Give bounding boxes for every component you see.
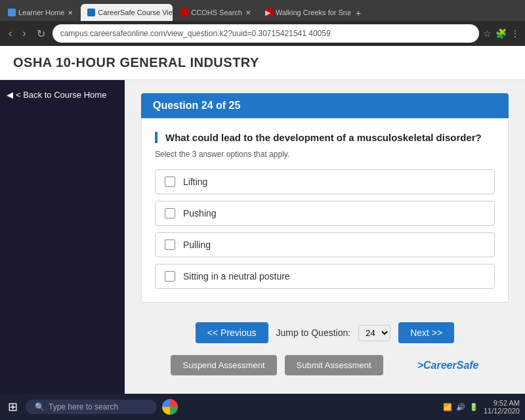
navigation-bar: << Previous Jump to Question: 24 Next >> xyxy=(141,313,509,350)
browser-nav-icons: ☆ 🧩 ⋮ xyxy=(483,28,520,39)
network-icon: 📶 xyxy=(443,403,452,411)
reload-button[interactable]: ↻ xyxy=(33,26,49,41)
checkbox-sitting[interactable] xyxy=(165,271,175,282)
battery-icon: 🔋 xyxy=(469,403,478,411)
start-button[interactable]: ⊞ xyxy=(5,397,20,417)
previous-button[interactable]: << Previous xyxy=(196,322,268,343)
logo-text: CareerSafe xyxy=(423,360,479,371)
tab-learner-label: Learner Home xyxy=(18,9,64,16)
sidebar: ◀ < Back to Course Home xyxy=(0,80,125,420)
careersafe-logo: >CareerSafe xyxy=(417,360,479,371)
answer-label-pushing: Pushing xyxy=(183,208,217,219)
tab-learner-close[interactable]: ✕ xyxy=(68,9,73,16)
logo-chevron: > xyxy=(417,360,423,371)
answer-option-sitting[interactable]: Sitting in a neutral posture xyxy=(155,264,495,289)
back-button[interactable]: ‹ xyxy=(5,26,15,41)
ccohs-tab-icon xyxy=(180,9,188,16)
speaker-icon: 🔊 xyxy=(456,403,465,411)
jump-to-label: Jump to Question: xyxy=(276,327,351,338)
taskbar-clock: 9:52 AM 11/12/2020 xyxy=(484,399,520,415)
answer-label-lifting: Lifting xyxy=(183,177,207,187)
answer-option-lifting[interactable]: Lifting xyxy=(155,169,495,194)
careersafe-tab-icon xyxy=(87,9,95,16)
submit-assessment-button[interactable]: Submit Assessment xyxy=(285,355,383,375)
address-bar[interactable]: campus.careersafeonline.com/view_questio… xyxy=(52,24,479,43)
jump-to-select[interactable]: 24 xyxy=(358,325,390,341)
taskbar-time-text: 9:52 AM xyxy=(484,399,520,407)
question-header-text: Question 24 of 25 xyxy=(153,100,240,111)
bottom-bar: Suspend Assessment Submit Assessment >Ca… xyxy=(141,350,509,375)
page-title: OSHA 10-HOUR GENERAL INDUSTRY xyxy=(13,55,259,70)
question-box: What could lead to the development of a … xyxy=(141,118,509,303)
bookmark-icon[interactable]: ☆ xyxy=(483,28,492,39)
menu-icon[interactable]: ⋮ xyxy=(511,28,520,39)
tab-youtube[interactable]: ▶ Walking Creeks for Snakes in M... ✕ xyxy=(259,4,350,21)
answer-label-pulling: Pulling xyxy=(183,240,211,250)
search-icon: 🔍 xyxy=(35,402,45,411)
youtube-tab-icon: ▶ xyxy=(265,9,273,16)
taskbar-search-text: Type here to search xyxy=(49,402,118,411)
back-arrow-icon: ◀ xyxy=(7,90,13,100)
tab-careersafe-label: CareerSafe Course Viewer xyxy=(98,9,173,16)
taskbar-chrome-icon[interactable] xyxy=(162,399,178,415)
tab-careersafe[interactable]: CareerSafe Course Viewer ✕ xyxy=(81,4,173,21)
checkbox-pulling[interactable] xyxy=(165,240,175,250)
extensions-icon[interactable]: 🧩 xyxy=(495,28,507,39)
forward-button[interactable]: › xyxy=(19,26,29,41)
checkbox-lifting[interactable] xyxy=(165,177,175,187)
question-header: Question 24 of 25 xyxy=(141,93,509,118)
answer-label-sitting: Sitting in a neutral posture xyxy=(183,271,290,282)
taskbar-system-icons: 📶 🔊 🔋 xyxy=(443,403,478,411)
next-button[interactable]: Next >> xyxy=(398,322,454,343)
back-link-label: < Back to Course Home xyxy=(16,90,106,100)
checkbox-pushing[interactable] xyxy=(165,208,175,219)
taskbar-search-box[interactable]: 🔍 Type here to search xyxy=(26,400,157,414)
taskbar-left: ⊞ 🔍 Type here to search xyxy=(5,397,178,417)
content-area: Question 24 of 25 What could lead to the… xyxy=(125,80,525,420)
page-header: OSHA 10-HOUR GENERAL INDUSTRY xyxy=(0,46,525,80)
windows-taskbar: ⊞ 🔍 Type here to search 📶 🔊 🔋 9:52 AM 11… xyxy=(0,394,525,420)
instruction-text: Select the 3 answer options that apply. xyxy=(155,150,495,159)
new-tab-button[interactable]: + xyxy=(350,5,366,21)
suspend-assessment-button[interactable]: Suspend Assessment xyxy=(171,355,276,375)
taskbar-date-text: 11/12/2020 xyxy=(484,407,520,415)
answer-option-pushing[interactable]: Pushing xyxy=(155,201,495,226)
taskbar-right: 📶 🔊 🔋 9:52 AM 11/12/2020 xyxy=(443,399,520,415)
answer-option-pulling[interactable]: Pulling xyxy=(155,232,495,257)
address-text: campus.careersafeonline.com/view_questio… xyxy=(60,29,331,38)
learner-tab-icon xyxy=(8,9,16,16)
tab-ccohs[interactable]: CCOHS Search ✕ xyxy=(174,4,257,21)
tab-learner-home[interactable]: Learner Home ✕ xyxy=(1,4,79,21)
back-to-course-link[interactable]: ◀ < Back to Course Home xyxy=(7,90,118,100)
tab-youtube-label: Walking Creeks for Snakes in M... xyxy=(276,9,350,16)
tab-ccohs-label: CCOHS Search xyxy=(191,9,242,16)
question-text: What could lead to the development of a … xyxy=(155,132,495,143)
tab-ccohs-close[interactable]: ✕ xyxy=(245,9,251,16)
